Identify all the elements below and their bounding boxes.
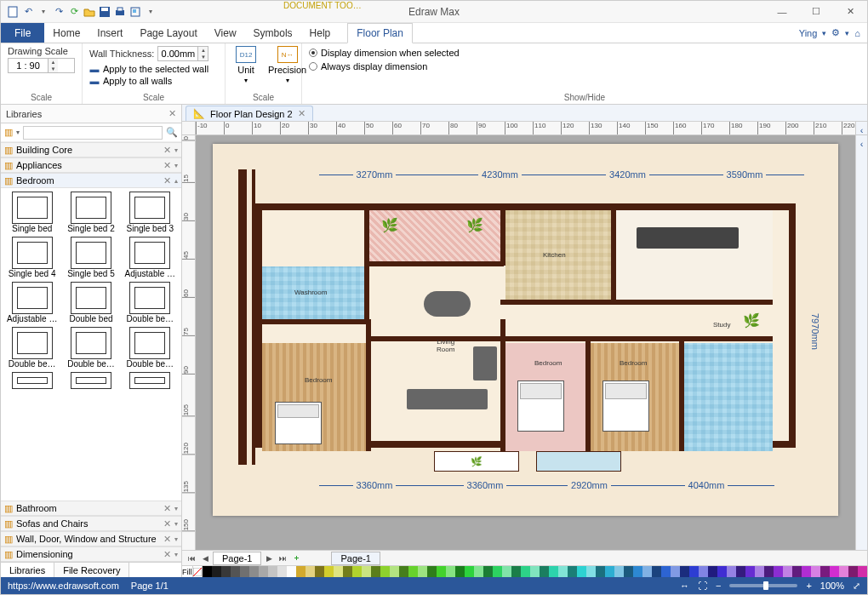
user-name[interactable]: Ying — [799, 28, 818, 38]
color-swatch[interactable] — [465, 566, 474, 577]
zoom-value[interactable]: 100% — [820, 581, 844, 591]
cat-wall-door[interactable]: ▥Wall, Door, Window and Structure✕▾ — [1, 531, 181, 546]
building-outline[interactable]: 🌿 🌿 🌿 Washroom Kitchen Living Room Study… — [255, 203, 796, 448]
caret-down-icon[interactable]: ▾ — [37, 5, 50, 19]
color-swatch[interactable] — [586, 566, 596, 577]
color-swatch[interactable] — [521, 566, 530, 577]
no-fill-icon[interactable] — [193, 566, 203, 577]
color-swatch[interactable] — [633, 566, 642, 577]
color-swatch[interactable] — [427, 566, 437, 577]
open-icon[interactable] — [83, 5, 96, 19]
doc-tab-active[interactable]: 📐 Floor Plan Design 2 ✕ — [186, 106, 313, 121]
color-swatch[interactable] — [549, 566, 558, 577]
step-box[interactable] — [536, 451, 621, 472]
close-icon[interactable]: ✕ — [298, 108, 306, 119]
color-swatch[interactable] — [820, 566, 830, 577]
room-bath-right[interactable] — [684, 343, 773, 451]
save-icon[interactable] — [98, 5, 111, 19]
fit-page-icon[interactable]: ⛶ — [698, 581, 707, 591]
color-swatch[interactable] — [811, 566, 820, 577]
color-swatch[interactable] — [867, 566, 868, 577]
zoom-slider[interactable] — [729, 584, 797, 587]
wall-thickness-input[interactable]: ▲▼ — [157, 46, 208, 61]
menu-view[interactable]: View — [206, 23, 245, 43]
cat-bathroom[interactable]: ▥Bathroom✕▾ — [1, 501, 181, 516]
color-swatch[interactable] — [455, 566, 465, 577]
stencil-item[interactable]: Double be… — [4, 327, 60, 369]
color-swatch[interactable] — [493, 566, 502, 577]
cat-bedroom[interactable]: ▥Bedroom✕▴ — [1, 173, 181, 188]
color-swatch[interactable] — [203, 566, 212, 577]
cat-dimensioning[interactable]: ▥Dimensioning✕▾ — [1, 546, 181, 562]
color-swatch[interactable] — [558, 566, 568, 577]
file-menu[interactable]: File — [1, 23, 44, 43]
color-swatch[interactable] — [296, 566, 306, 577]
always-display[interactable]: Always display dimension — [309, 61, 860, 72]
color-swatch[interactable] — [596, 566, 605, 577]
color-swatch[interactable] — [727, 566, 736, 577]
plant-icon[interactable]: 🌿 — [743, 312, 760, 329]
library-search-input[interactable] — [23, 126, 163, 140]
tab-libraries[interactable]: Libraries — [1, 563, 54, 577]
color-swatch[interactable] — [755, 566, 764, 577]
stencil-item[interactable]: Double bed — [63, 282, 118, 323]
menu-symbols[interactable]: Symbols — [245, 23, 301, 43]
color-swatch[interactable] — [783, 566, 792, 577]
color-swatch[interactable] — [661, 566, 671, 577]
add-page-icon[interactable]: ＋ — [290, 552, 302, 564]
color-swatch[interactable] — [652, 566, 661, 577]
dining-table[interactable] — [424, 291, 471, 317]
color-swatch[interactable] — [221, 566, 231, 577]
close-button[interactable]: ✕ — [833, 1, 867, 23]
fit-width-icon[interactable]: ↔ — [680, 581, 689, 591]
color-swatch[interactable] — [408, 566, 418, 577]
zoom-out-icon[interactable]: − — [716, 581, 721, 591]
unit-button[interactable]: D12Unit▾ — [232, 46, 260, 84]
menu-help[interactable]: Help — [301, 23, 340, 43]
color-swatch[interactable] — [680, 566, 689, 577]
color-swatch[interactable] — [764, 566, 774, 577]
color-swatch[interactable] — [792, 566, 802, 577]
stencil-item[interactable]: Single bed 2 — [63, 192, 118, 233]
color-swatch[interactable] — [540, 566, 549, 577]
page-prev-icon[interactable]: ◀ — [199, 552, 211, 564]
color-swatch[interactable] — [736, 566, 745, 577]
color-swatch[interactable] — [474, 566, 483, 577]
color-swatch[interactable] — [362, 566, 371, 577]
tab-floor-plan[interactable]: Floor Plan — [347, 23, 413, 43]
color-swatch[interactable] — [858, 566, 867, 577]
color-swatch[interactable] — [511, 566, 521, 577]
menu-home[interactable]: Home — [44, 23, 89, 43]
page-last-icon[interactable]: ⏭ — [277, 552, 288, 564]
floor-plan[interactable]: 3270mm 4230mm 3420mm 3590mm 3360mm 3360m… — [238, 169, 813, 465]
apply-selected-wall[interactable]: ▬Apply to the selected wall — [89, 64, 218, 74]
color-swatch[interactable] — [848, 566, 858, 577]
color-swatch[interactable] — [437, 566, 446, 577]
plant-icon[interactable]: 🌿 — [381, 217, 398, 233]
stencil-item[interactable]: Double be… — [63, 327, 118, 369]
color-swatch[interactable] — [530, 566, 540, 577]
bed-1[interactable] — [275, 402, 322, 444]
tab-file-recovery[interactable]: File Recovery — [54, 563, 129, 577]
color-swatch[interactable] — [277, 566, 287, 577]
page-first-icon[interactable]: ⏮ — [186, 552, 197, 564]
color-swatch[interactable] — [839, 566, 848, 577]
menu-insert[interactable]: Insert — [89, 23, 131, 43]
drawing-scale-input[interactable]: ▲▼ — [8, 58, 75, 73]
color-swatch[interactable] — [418, 566, 427, 577]
stencil-item[interactable] — [4, 372, 60, 389]
color-swatch[interactable] — [306, 566, 315, 577]
counter[interactable] — [637, 227, 739, 249]
color-swatch[interactable] — [502, 566, 511, 577]
display-when-selected[interactable]: Display dimension when selected — [309, 48, 860, 58]
side-panel-toggle[interactable]: ‹ — [855, 135, 867, 550]
doc-icon[interactable] — [6, 5, 20, 19]
refresh-icon[interactable]: ⟳ — [67, 5, 81, 19]
search-icon[interactable]: 🔍 — [166, 127, 178, 138]
plant-icon[interactable]: 🌿 — [466, 217, 483, 233]
color-swatch[interactable] — [624, 566, 633, 577]
color-swatch[interactable] — [231, 566, 240, 577]
stencil-item[interactable]: Adjustable … — [123, 237, 178, 278]
stencil-item[interactable]: Double be… — [123, 282, 178, 323]
color-swatch[interactable] — [671, 566, 680, 577]
